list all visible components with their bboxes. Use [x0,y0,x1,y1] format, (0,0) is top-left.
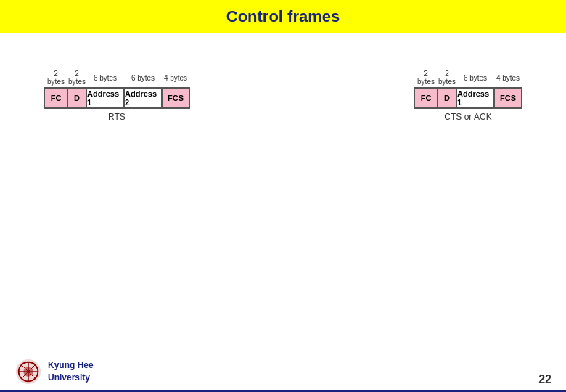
rts-label: RTS [108,112,126,122]
rts-address1-cell: Address 1 [86,88,124,108]
cts-size-labels: 2 bytes 2 bytes 6 bytes 4 bytes [414,70,522,86]
cts-address1-cell: Address 1 [456,88,494,108]
rts-fc-cell: FC [44,88,67,108]
university-name: Kyung Hee University [48,359,94,384]
university-logo [15,358,42,385]
content-area: 2 bytes 2 bytes 6 bytes 6 bytes 4 bytes … [0,33,566,136]
footer: Kyung Hee University [0,352,566,392]
rts-size-labels: 2 bytes 2 bytes 6 bytes 6 bytes 4 bytes [44,70,189,86]
footer-content: Kyung Hee University [0,352,566,390]
title-bar: Control frames [0,0,566,33]
rts-diagram: 2 bytes 2 bytes 6 bytes 6 bytes 4 bytes … [44,70,190,122]
rts-fcs-cell: FCS [162,88,189,108]
slide-title: Control frames [226,7,340,25]
page-number: 22 [538,373,551,386]
cts-d-cell: D [438,88,456,108]
rts-address2-cell: Address 2 [124,88,162,108]
rts-d-cell: D [67,88,86,108]
cts-frame-row: FC D Address 1 FCS [414,87,522,109]
cts-fc-cell: FC [414,88,438,108]
cts-label: CTS or ACK [444,112,491,122]
cts-fcs-cell: FCS [494,88,522,108]
university-name-line2: University [48,372,94,384]
frame-diagrams: 2 bytes 2 bytes 6 bytes 6 bytes 4 bytes … [44,70,522,122]
cts-diagram: 2 bytes 2 bytes 6 bytes 4 bytes FC D Add… [414,70,522,122]
rts-frame-row: FC D Address 1 Address 2 FCS [44,87,190,109]
university-name-line1: Kyung Hee [48,359,94,372]
